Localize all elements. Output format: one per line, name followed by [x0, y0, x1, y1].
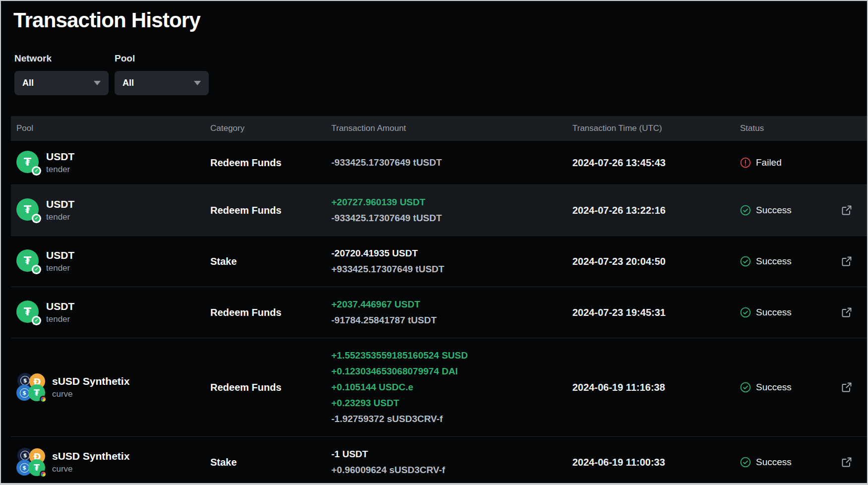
status-cell: Success — [740, 307, 840, 318]
table-row[interactable]: ₮ ✓ USDT tender Redeem Funds +20727.9601… — [11, 185, 868, 236]
page-title: Transaction History — [13, 8, 867, 33]
curve-badge-icon — [40, 396, 47, 403]
pool-filter-label: Pool — [115, 53, 209, 64]
time-label: 2024-07-23 20:04:50 — [572, 256, 740, 267]
external-link-button[interactable] — [840, 305, 854, 319]
amount-cell: +1.552353559185160524 SUSD+0.12303465306… — [331, 348, 572, 427]
tender-badge-icon: ✓ — [32, 316, 41, 325]
external-link-icon — [841, 456, 853, 468]
amount-line: +0.123034653068079974 DAI — [331, 364, 572, 379]
pool-protocol: tender — [46, 314, 74, 325]
status-label: Success — [756, 382, 792, 393]
table-row[interactable]: ₮ ✓ USDT tender Stake -20720.41935 USDT+… — [11, 236, 868, 287]
time-label: 2024-07-23 19:45:31 — [572, 307, 740, 318]
time-label: 2024-06-19 11:00:33 — [572, 457, 740, 468]
pool-cell: $ Đ $ ₮ sUSD Synthetix curve — [16, 448, 210, 477]
category-label: Redeem Funds — [210, 307, 331, 318]
pool-protocol: tender — [46, 212, 74, 223]
amount-line: -933425.17307649 tUSDT — [331, 155, 572, 171]
pool-protocol: curve — [52, 389, 129, 400]
pool-name: USDT — [46, 300, 74, 313]
table-row[interactable]: ₮ ✓ USDT tender Redeem Funds -933425.173… — [11, 141, 868, 185]
transaction-history-page: Transaction History Network All Pool All… — [0, 0, 868, 485]
status-label: Success — [756, 205, 792, 216]
pool-cell: $ Đ $ ₮ sUSD Synthetix curve — [16, 373, 210, 402]
status-label: Success — [756, 256, 792, 267]
usdt-token-icon: ₮ ✓ — [16, 301, 40, 324]
status-label: Failed — [756, 157, 782, 168]
pool-token-cluster-icon: $ Đ $ ₮ — [16, 448, 46, 477]
external-link-icon — [841, 381, 853, 393]
pool-cell: ₮ ✓ USDT tender — [16, 150, 210, 175]
column-header-amount: Transaction Amount — [331, 123, 572, 133]
amount-line: +20727.960139 USDT — [331, 194, 572, 210]
transactions-table: Pool Category Transaction Amount Transac… — [11, 116, 868, 485]
pool-protocol: curve — [52, 464, 129, 475]
amount-line: -1.92759372 sUSD3CRV-f — [331, 411, 572, 427]
amount-line: +0.23293 USDT — [331, 395, 572, 411]
curve-badge-icon — [40, 471, 47, 478]
network-select[interactable]: All — [14, 71, 109, 95]
external-link-button[interactable] — [840, 203, 854, 217]
network-filter-label: Network — [14, 53, 109, 64]
tender-badge-icon: ✓ — [32, 214, 41, 223]
check-circle-icon — [740, 457, 751, 468]
pool-cell: ₮ ✓ USDT tender — [16, 198, 210, 223]
status-label: Success — [756, 307, 792, 318]
amount-line: -91784.25841787 tUSDT — [331, 312, 572, 328]
pool-protocol: tender — [46, 263, 74, 274]
amount-line: +1.552353559185160524 SUSD — [331, 348, 572, 364]
amount-line: +0.96009624 sUSD3CRV-f — [331, 462, 572, 478]
category-label: Redeem Funds — [210, 157, 331, 169]
status-label: Success — [756, 457, 792, 468]
check-circle-icon — [740, 256, 751, 267]
column-header-status: Status — [740, 123, 840, 133]
external-link-button[interactable] — [840, 455, 854, 469]
external-link-button[interactable] — [840, 380, 854, 394]
tender-badge-icon: ✓ — [32, 166, 41, 176]
filters-bar: Network All Pool All — [14, 53, 867, 95]
pool-cell: ₮ ✓ USDT tender — [16, 249, 210, 274]
chevron-down-icon — [94, 81, 101, 85]
table-row[interactable]: $ Đ $ ₮ sUSD Synthetix curve Stake -1 US… — [11, 437, 868, 485]
network-filter: Network All — [14, 53, 109, 95]
amount-cell: -1 USDT+0.96009624 sUSD3CRV-f — [331, 446, 572, 478]
status-cell: Success — [740, 256, 840, 267]
amount-cell: +2037.446967 USDT-91784.25841787 tUSDT — [331, 297, 572, 328]
pool-select[interactable]: All — [115, 71, 209, 95]
check-circle-icon — [740, 307, 751, 318]
external-link-icon — [841, 306, 853, 318]
pool-name: sUSD Synthetix — [52, 450, 129, 463]
external-link-icon — [841, 255, 853, 267]
pool-select-value: All — [123, 78, 134, 88]
time-label: 2024-07-26 13:22:16 — [572, 205, 740, 216]
pool-filter: Pool All — [115, 53, 209, 95]
external-link-icon — [841, 204, 853, 216]
amount-line: -1 USDT — [331, 446, 572, 462]
pool-name: sUSD Synthetix — [52, 375, 129, 388]
network-select-value: All — [22, 78, 34, 88]
check-circle-icon — [740, 382, 751, 393]
pool-cell: ₮ ✓ USDT tender — [16, 300, 210, 325]
category-label: Redeem Funds — [210, 205, 331, 216]
status-cell: Failed — [740, 157, 840, 168]
pool-name: USDT — [46, 249, 74, 262]
category-label: Stake — [210, 256, 331, 267]
amount-line: -933425.17307649 tUSDT — [331, 210, 572, 226]
table-row[interactable]: $ Đ $ ₮ sUSD Synthetix curve Redeem Fund… — [11, 338, 868, 437]
amount-line: -20720.41935 USDT — [331, 245, 572, 261]
amount-cell: -20720.41935 USDT+933425.17307649 tUSDT — [331, 245, 572, 277]
check-circle-icon — [740, 205, 751, 216]
external-link-button[interactable] — [840, 254, 854, 268]
usdt-token-icon: ₮ ✓ — [16, 198, 40, 222]
amount-cell: -933425.17307649 tUSDT — [331, 155, 572, 171]
usdt-token-icon: ₮ ✓ — [16, 249, 40, 273]
chevron-down-icon — [194, 81, 201, 85]
category-label: Redeem Funds — [210, 382, 331, 393]
usdt-token-icon: ₮ ✓ — [16, 151, 40, 175]
table-row[interactable]: ₮ ✓ USDT tender Redeem Funds +2037.44696… — [11, 287, 868, 338]
amount-cell: +20727.960139 USDT-933425.17307649 tUSDT — [331, 194, 572, 226]
amount-line: +0.105144 USDC.e — [331, 379, 572, 395]
status-cell: Success — [740, 205, 840, 216]
time-label: 2024-06-19 11:16:38 — [572, 382, 740, 393]
